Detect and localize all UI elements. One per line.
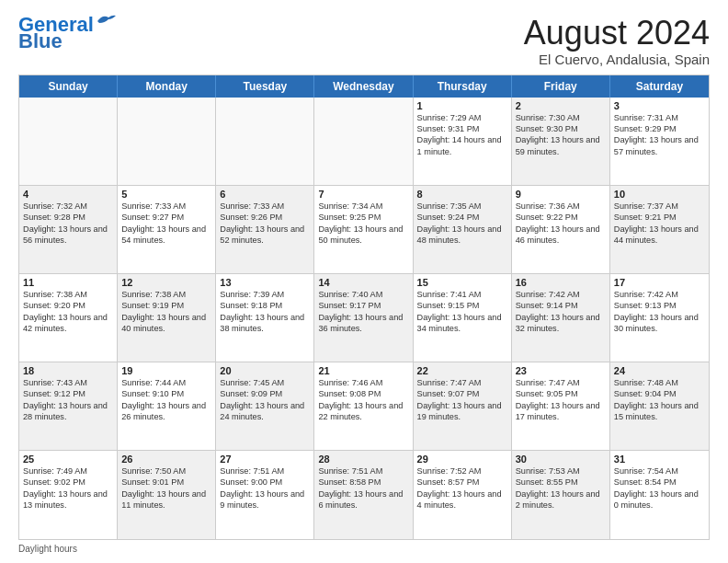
logo-bird-icon (96, 14, 116, 29)
calendar: Sunday Monday Tuesday Wednesday Thursday… (18, 75, 710, 540)
sunset-text: Sunset: 8:57 PM (417, 477, 507, 488)
header-wednesday: Wednesday (314, 75, 413, 98)
sunrise-text: Sunrise: 7:41 AM (417, 289, 507, 300)
daylight-text: Daylight: 13 hours and 4 minutes. (417, 488, 507, 511)
sunset-text: Sunset: 9:26 PM (220, 212, 310, 223)
sunrise-text: Sunrise: 7:33 AM (220, 201, 310, 212)
calendar-cell-5-2: 26Sunrise: 7:50 AMSunset: 9:01 PMDayligh… (118, 451, 216, 539)
daylight-text: Daylight: 13 hours and 42 minutes. (23, 312, 113, 335)
sunrise-text: Sunrise: 7:51 AM (220, 465, 310, 477)
sunrise-text: Sunrise: 7:54 AM (614, 465, 705, 477)
day-number: 15 (417, 277, 507, 288)
day-number: 12 (121, 277, 211, 288)
calendar-cell-2-1: 4Sunrise: 7:32 AMSunset: 9:28 PMDaylight… (19, 186, 118, 273)
daylight-text: Daylight: 13 hours and 32 minutes. (516, 312, 606, 335)
header-tuesday: Tuesday (216, 75, 314, 98)
sunrise-text: Sunrise: 7:38 AM (121, 289, 211, 300)
sunset-text: Sunset: 9:21 PM (614, 212, 705, 223)
sunrise-text: Sunrise: 7:45 AM (220, 377, 310, 388)
day-number: 2 (516, 100, 606, 111)
calendar-cell-3-5: 15Sunrise: 7:41 AMSunset: 9:15 PMDayligh… (414, 274, 512, 362)
calendar-cell-4-6: 23Sunrise: 7:47 AMSunset: 9:05 PMDayligh… (512, 362, 610, 450)
daylight-text: Daylight: 13 hours and 48 minutes. (417, 224, 507, 247)
calendar-week-3: 11Sunrise: 7:38 AMSunset: 9:20 PMDayligh… (19, 274, 709, 362)
sunrise-text: Sunrise: 7:39 AM (220, 289, 310, 300)
calendar-cell-4-5: 22Sunrise: 7:47 AMSunset: 9:07 PMDayligh… (414, 362, 512, 450)
logo-blue-text: Blue (18, 31, 63, 52)
sunrise-text: Sunrise: 7:40 AM (318, 289, 408, 300)
calendar-cell-1-6: 2Sunrise: 7:30 AMSunset: 9:30 PMDaylight… (512, 98, 610, 185)
sunrise-text: Sunrise: 7:37 AM (614, 201, 705, 212)
header-monday: Monday (118, 75, 216, 98)
sunset-text: Sunset: 9:17 PM (318, 300, 408, 311)
daylight-text: Daylight: 13 hours and 56 minutes. (23, 224, 113, 247)
footer-note: Daylight hours (18, 544, 710, 554)
daylight-text: Daylight: 13 hours and 11 minutes. (121, 488, 211, 511)
day-number: 1 (417, 100, 507, 111)
day-number: 6 (220, 189, 310, 200)
day-number: 11 (23, 277, 113, 288)
daylight-text: Daylight: 13 hours and 50 minutes. (318, 224, 408, 247)
sunset-text: Sunset: 9:30 PM (516, 123, 606, 134)
sunset-text: Sunset: 9:00 PM (220, 477, 310, 488)
calendar-cell-3-6: 16Sunrise: 7:42 AMSunset: 9:14 PMDayligh… (512, 274, 610, 362)
day-number: 9 (516, 189, 606, 200)
daylight-text: Daylight: 13 hours and 36 minutes. (318, 312, 408, 335)
day-number: 8 (417, 189, 507, 200)
daylight-text: Daylight: 13 hours and 13 minutes. (23, 488, 113, 511)
daylight-text: Daylight: 13 hours and 59 minutes. (516, 134, 606, 157)
daylight-text: Daylight: 13 hours and 19 minutes. (417, 400, 507, 423)
sunrise-text: Sunrise: 7:48 AM (614, 377, 705, 388)
sunrise-text: Sunrise: 7:35 AM (417, 201, 507, 212)
sunset-text: Sunset: 9:19 PM (121, 300, 211, 311)
daylight-text: Daylight: 13 hours and 40 minutes. (121, 312, 211, 335)
calendar-cell-2-5: 8Sunrise: 7:35 AMSunset: 9:24 PMDaylight… (414, 186, 512, 273)
day-number: 26 (121, 454, 211, 465)
daylight-text: Daylight: 13 hours and 26 minutes. (121, 400, 211, 423)
sunset-text: Sunset: 9:13 PM (614, 300, 705, 311)
daylight-text: Daylight: 13 hours and 22 minutes. (318, 400, 408, 423)
calendar-cell-5-3: 27Sunrise: 7:51 AMSunset: 9:00 PMDayligh… (216, 451, 314, 539)
calendar-header: Sunday Monday Tuesday Wednesday Thursday… (19, 75, 709, 98)
sunset-text: Sunset: 9:02 PM (23, 477, 113, 488)
sunset-text: Sunset: 9:18 PM (220, 300, 310, 311)
calendar-cell-1-1 (19, 98, 118, 185)
sunrise-text: Sunrise: 7:42 AM (516, 289, 606, 300)
sunrise-text: Sunrise: 7:49 AM (23, 465, 113, 477)
daylight-text: Daylight: 13 hours and 28 minutes. (23, 400, 113, 423)
calendar-cell-2-2: 5Sunrise: 7:33 AMSunset: 9:27 PMDaylight… (118, 186, 216, 273)
day-number: 16 (516, 277, 606, 288)
sunset-text: Sunset: 9:31 PM (417, 123, 507, 134)
sunrise-text: Sunrise: 7:34 AM (318, 201, 408, 212)
sunset-text: Sunset: 8:54 PM (614, 477, 705, 488)
calendar-cell-3-4: 14Sunrise: 7:40 AMSunset: 9:17 PMDayligh… (314, 274, 413, 362)
day-number: 23 (516, 365, 606, 376)
sunset-text: Sunset: 9:12 PM (23, 388, 113, 399)
day-number: 24 (614, 365, 705, 376)
sunset-text: Sunset: 9:09 PM (220, 388, 310, 399)
sunrise-text: Sunrise: 7:47 AM (516, 377, 606, 388)
sunrise-text: Sunrise: 7:42 AM (614, 289, 705, 300)
day-number: 17 (614, 277, 705, 288)
calendar-cell-3-3: 13Sunrise: 7:39 AMSunset: 9:18 PMDayligh… (216, 274, 314, 362)
sunset-text: Sunset: 9:20 PM (23, 300, 113, 311)
sunrise-text: Sunrise: 7:29 AM (417, 112, 507, 123)
calendar-cell-1-2 (118, 98, 216, 185)
sunrise-text: Sunrise: 7:30 AM (516, 112, 606, 123)
calendar-cell-2-3: 6Sunrise: 7:33 AMSunset: 9:26 PMDaylight… (216, 186, 314, 273)
calendar-cell-2-6: 9Sunrise: 7:36 AMSunset: 9:22 PMDaylight… (512, 186, 610, 273)
day-number: 19 (121, 365, 211, 376)
day-number: 10 (614, 189, 705, 200)
month-year-title: August 2024 (524, 15, 710, 52)
sunset-text: Sunset: 9:04 PM (614, 388, 705, 399)
sunset-text: Sunset: 9:10 PM (121, 388, 211, 399)
day-number: 7 (318, 189, 408, 200)
sunrise-text: Sunrise: 7:31 AM (614, 112, 705, 123)
sunset-text: Sunset: 9:01 PM (121, 477, 211, 488)
calendar-cell-5-6: 30Sunrise: 7:53 AMSunset: 8:55 PMDayligh… (512, 451, 610, 539)
day-number: 27 (220, 454, 310, 465)
sunrise-text: Sunrise: 7:53 AM (516, 465, 606, 477)
day-number: 13 (220, 277, 310, 288)
daylight-text: Daylight: 13 hours and 52 minutes. (220, 224, 310, 247)
day-number: 18 (23, 365, 113, 376)
